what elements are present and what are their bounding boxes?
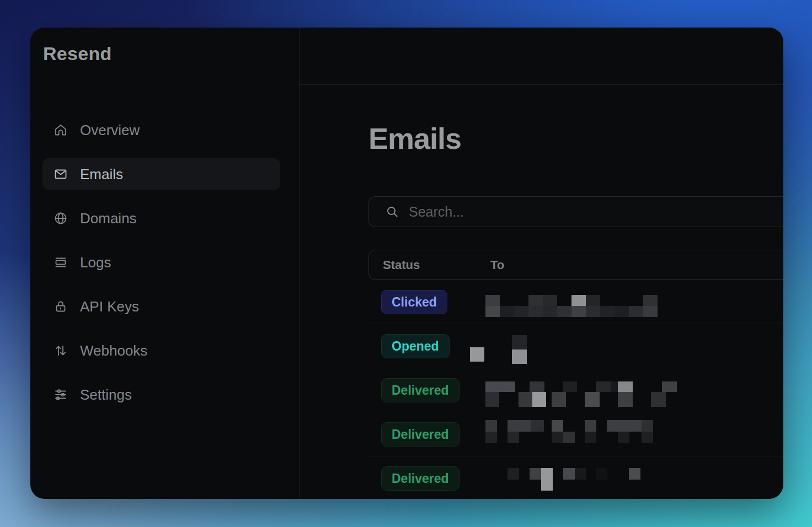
main-content: Emails Status To Clicked Open [300, 85, 783, 499]
mail-icon [54, 167, 68, 181]
status-badge: Delivered [381, 378, 460, 402]
search-input[interactable] [408, 203, 783, 221]
table-row[interactable]: Delivered [368, 368, 783, 412]
sidebar-item-label: Settings [80, 386, 132, 404]
globe-icon [54, 211, 68, 225]
sidebar-item-emails[interactable]: Emails [42, 158, 280, 190]
status-badge: Clicked [381, 290, 447, 314]
status-badge: Delivered [381, 466, 460, 491]
table-row[interactable]: Delivered [368, 456, 783, 499]
table-row[interactable]: Delivered [368, 412, 783, 456]
sidebar-item-label: Logs [80, 254, 111, 271]
main-area: Emails Status To Clicked Open [300, 28, 783, 499]
sidebar-item-label: Overview [80, 122, 140, 139]
sidebar-item-webhooks[interactable]: Webhooks [42, 335, 280, 367]
emails-table: Status To Clicked Opened Delivered Deliv… [368, 250, 783, 499]
sidebar-nav: Overview Emails Domains [30, 114, 299, 411]
table-row[interactable]: Clicked [368, 280, 783, 324]
sliders-icon [54, 388, 68, 402]
sidebar-item-label: Webhooks [80, 342, 147, 359]
sidebar-item-api-keys[interactable]: API Keys [42, 291, 280, 322]
sidebar-item-label: Emails [80, 166, 123, 183]
app-window: Resend Overview Emails [30, 28, 783, 499]
page-title: Emails [368, 123, 783, 153]
sidebar-item-overview[interactable]: Overview [42, 114, 280, 146]
brand-logo[interactable]: Resend [43, 43, 299, 64]
lock-icon [54, 299, 68, 314]
table-header: Status To [368, 250, 783, 280]
table-row[interactable]: Opened [368, 324, 783, 368]
sidebar-item-logs[interactable]: Logs [42, 246, 280, 278]
arrows-up-down-icon [54, 343, 68, 358]
sidebar-item-settings[interactable]: Settings [42, 379, 280, 411]
sidebar-item-label: API Keys [80, 298, 139, 315]
status-badge: Delivered [381, 422, 460, 447]
sidebar: Resend Overview Emails [30, 28, 300, 499]
column-header-to: To [490, 258, 504, 272]
topbar [300, 28, 783, 85]
search-icon [386, 205, 399, 218]
home-icon [54, 123, 68, 137]
sidebar-item-domains[interactable]: Domains [42, 202, 280, 234]
sidebar-item-label: Domains [80, 210, 137, 227]
search-box[interactable] [368, 196, 783, 227]
status-badge: Opened [381, 334, 450, 358]
logs-icon [54, 255, 68, 270]
column-header-status: Status [383, 258, 490, 272]
